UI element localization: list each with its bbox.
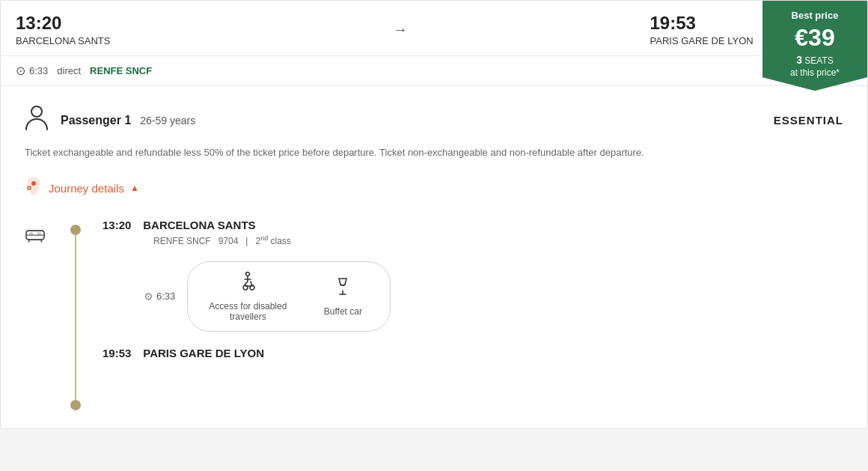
duration-inline: ⊙ 6:33 bbox=[144, 291, 175, 302]
departure-station: BARCELONA SANTS bbox=[16, 35, 150, 46]
departure-stop-time: 13:20 bbox=[103, 219, 131, 231]
best-price-label: Best price bbox=[792, 10, 839, 21]
chevron-up-icon: ▲ bbox=[130, 183, 139, 193]
amenity-disabled-label: Access for disabled travellers bbox=[209, 301, 287, 322]
arrow-icon: → bbox=[393, 21, 408, 38]
best-price-badge: Best price €39 3 SEATS at this price* bbox=[762, 1, 867, 91]
map-pin-icon bbox=[25, 176, 43, 201]
passenger-icon bbox=[25, 104, 49, 136]
passenger-age: 26-59 years bbox=[140, 115, 195, 127]
amenities-box: Access for disabled travellers bbox=[187, 261, 391, 332]
svg-point-1 bbox=[31, 181, 36, 186]
wine-glass-icon bbox=[334, 276, 352, 302]
train-card: 13:20 BARCELONA SANTS → 19:53 PARIS GARE… bbox=[0, 0, 868, 429]
ticket-conditions: Ticket exchangeable and refundable less … bbox=[25, 145, 698, 161]
journey-details-toggle[interactable]: Journey details ▲ bbox=[25, 176, 843, 201]
departure-stop: 13:20 BARCELONA SANTS bbox=[103, 219, 843, 231]
amenity-disabled-access: Access for disabled travellers bbox=[209, 271, 287, 322]
duration-inline-value: 6:33 bbox=[156, 291, 175, 302]
svg-point-6 bbox=[246, 272, 250, 276]
svg-point-0 bbox=[31, 106, 42, 117]
arrival-stop-time: 19:53 bbox=[103, 347, 131, 359]
passenger-info: Passenger 1 26-59 years bbox=[61, 114, 195, 127]
arrival-stop-station: PARIS GARE DE LYON bbox=[143, 347, 264, 359]
best-price-amount: €39 bbox=[795, 24, 834, 52]
svg-rect-4 bbox=[29, 232, 33, 235]
departure-stop-sub: RENFE SNCF 9704 | 2nd class bbox=[153, 234, 843, 246]
departure-block: 13:20 BARCELONA SANTS bbox=[16, 13, 150, 46]
departure-time: 13:20 bbox=[16, 13, 150, 34]
header-row: 13:20 BARCELONA SANTS → 19:53 PARIS GARE… bbox=[1, 1, 867, 56]
wheelchair-icon bbox=[237, 271, 258, 297]
amenity-buffet-label: Buffet car bbox=[324, 306, 362, 317]
timeline-content: 13:20 BARCELONA SANTS RENFE SNCF 9704 | … bbox=[91, 219, 843, 362]
train-icon-col bbox=[25, 219, 61, 249]
journey-details-label: Journey details bbox=[49, 182, 124, 195]
arrow-block: → bbox=[150, 21, 650, 38]
arrival-stop: 19:53 PARIS GARE DE LYON bbox=[103, 347, 843, 359]
journey-timeline: 13:20 BARCELONA SANTS RENFE SNCF 9704 | … bbox=[25, 219, 843, 410]
train-icon bbox=[25, 226, 46, 249]
timeline-line bbox=[75, 235, 76, 400]
passenger-name: Passenger 1 bbox=[61, 114, 131, 127]
timeline-col bbox=[61, 219, 91, 410]
direct-label: direct bbox=[57, 65, 81, 76]
timeline-dot-bottom bbox=[70, 400, 81, 410]
amenity-buffet-car: Buffet car bbox=[317, 276, 369, 317]
duration-block: ⊙ 6:33 bbox=[16, 64, 48, 78]
duration-value: 6:33 bbox=[29, 65, 48, 76]
expanded-content: Passenger 1 26-59 years ESSENTIAL Ticket… bbox=[1, 85, 867, 428]
ticket-type: ESSENTIAL bbox=[774, 114, 843, 127]
passenger-row: Passenger 1 26-59 years ESSENTIAL bbox=[25, 104, 843, 136]
timeline-dot-top bbox=[70, 225, 81, 235]
operator-label: RENFE SNCF bbox=[90, 65, 152, 76]
sub-header: ⊙ 6:33 direct RENFE SNCF bbox=[1, 56, 867, 85]
clock-inline-icon: ⊙ bbox=[144, 291, 153, 302]
best-price-seats: 3 SEATS at this price* bbox=[790, 53, 840, 79]
svg-rect-5 bbox=[37, 232, 41, 235]
departure-stop-station: BARCELONA SANTS bbox=[143, 219, 255, 231]
duration-amenities: ⊙ 6:33 bbox=[144, 261, 843, 332]
clock-icon: ⊙ bbox=[16, 64, 25, 78]
